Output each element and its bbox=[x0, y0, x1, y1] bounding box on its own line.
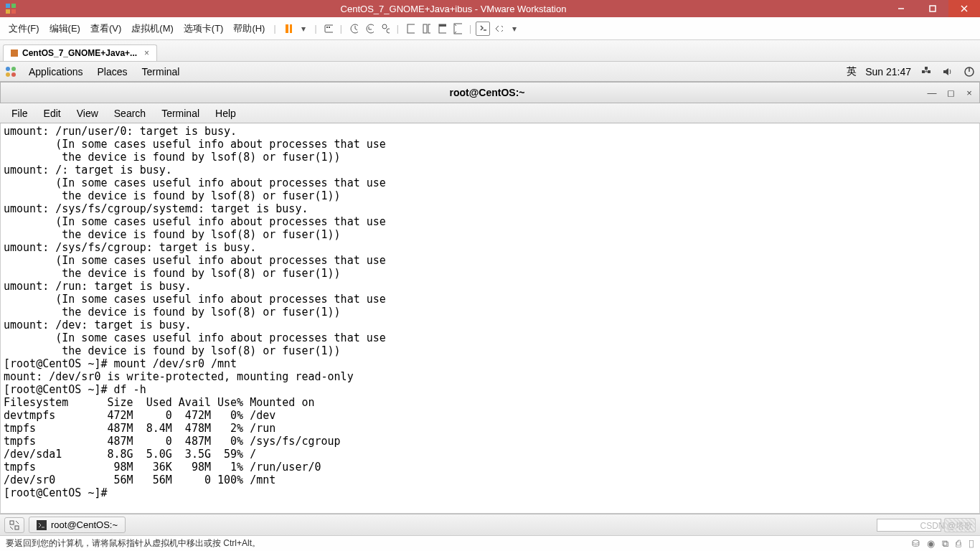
terminal-close-button[interactable]: × bbox=[963, 87, 975, 98]
host-window-title: CentOS_7_GNOME+Java+ibus - VMware Workst… bbox=[22, 4, 885, 14]
status-cd-icon[interactable]: ◉ bbox=[927, 538, 935, 550]
vmware-tab-row: CentOS_7_GNOME+Java+... × bbox=[0, 40, 980, 62]
svg-rect-5 bbox=[930, 6, 936, 11]
guest-display: Applications Places Terminal 英 Sun 21:47… bbox=[0, 62, 980, 535]
status-nic-icon[interactable]: ⧉ bbox=[942, 538, 948, 550]
gnome-applications-menu[interactable]: Applications bbox=[22, 63, 90, 80]
vm-menu-tabs[interactable]: 选项卡(T) bbox=[179, 19, 228, 38]
svg-rect-32 bbox=[10, 521, 14, 524]
status-disk-icon[interactable]: ⛁ bbox=[912, 538, 920, 550]
svg-rect-3 bbox=[11, 9, 16, 14]
vm-menu-vm[interactable]: 虚拟机(M) bbox=[127, 19, 178, 38]
gnome-clock[interactable]: Sun 21:47 bbox=[865, 66, 911, 77]
vm-menu-help[interactable]: 帮助(H) bbox=[229, 19, 269, 38]
volume-icon[interactable] bbox=[941, 66, 954, 77]
svg-rect-17 bbox=[407, 24, 415, 33]
terminal-titlebar[interactable]: root@CentOS:~ — ◻ × bbox=[0, 82, 980, 103]
terminal-window: root@CentOS:~ — ◻ × File Edit View Searc… bbox=[0, 82, 980, 514]
vm-menu-file[interactable]: 文件(F) bbox=[4, 19, 44, 38]
svg-rect-34 bbox=[37, 520, 47, 530]
svg-point-24 bbox=[11, 67, 16, 71]
svg-point-26 bbox=[11, 72, 16, 77]
svg-rect-29 bbox=[925, 67, 928, 70]
vm-tab-close-icon[interactable]: × bbox=[144, 48, 149, 58]
svg-rect-10 bbox=[325, 25, 333, 32]
svg-point-13 bbox=[351, 24, 358, 33]
vmware-app-icon bbox=[3, 1, 19, 17]
network-icon[interactable] bbox=[920, 66, 933, 77]
svg-rect-19 bbox=[428, 24, 430, 33]
term-menu-view[interactable]: View bbox=[70, 105, 105, 122]
terminal-output[interactable]: umount: /run/user/0: target is busy. (In… bbox=[0, 123, 980, 514]
host-maximize-button[interactable] bbox=[917, 0, 948, 17]
vm-stretch-icon[interactable] bbox=[491, 22, 506, 36]
gnome-input-method[interactable]: 英 bbox=[847, 65, 857, 78]
svg-point-15 bbox=[382, 24, 387, 29]
vm-tab-label: CentOS_7_GNOME+Java+... bbox=[22, 48, 137, 58]
terminal-menubar: File Edit View Search Terminal Help bbox=[0, 103, 980, 123]
terminal-window-title: root@CentOS:~ bbox=[48, 87, 926, 98]
gnome-bottom-panel: root@CentOS:~ bbox=[0, 514, 980, 535]
taskbar-item-terminal[interactable]: root@CentOS:~ bbox=[29, 517, 126, 533]
vmware-status-hint: 要返回到您的计算机，请将鼠标指针从虚拟机中移出或按 Ctrl+Alt。 bbox=[6, 537, 260, 550]
svg-rect-18 bbox=[423, 24, 427, 33]
vm-menu-edit[interactable]: 编辑(E) bbox=[45, 19, 85, 38]
vm-unity-icon[interactable] bbox=[435, 22, 449, 36]
svg-rect-11 bbox=[326, 27, 328, 28]
svg-rect-9 bbox=[290, 24, 292, 33]
svg-rect-21 bbox=[439, 24, 446, 27]
svg-rect-0 bbox=[6, 4, 10, 8]
svg-point-25 bbox=[6, 72, 10, 77]
vm-revert-snapshot-icon[interactable] bbox=[362, 22, 377, 36]
vm-snapshot-icon[interactable] bbox=[347, 22, 361, 36]
workspace-switcher[interactable] bbox=[877, 519, 941, 532]
svg-rect-1 bbox=[11, 4, 16, 8]
taskbar-item-label: root@CentOS:~ bbox=[51, 519, 118, 530]
vmware-menubar: 文件(F) 编辑(E) 查看(V) 虚拟机(M) 选项卡(T) 帮助(H) | … bbox=[0, 17, 980, 40]
vm-pause-icon[interactable] bbox=[281, 22, 295, 36]
svg-rect-8 bbox=[286, 24, 288, 33]
gnome-activities-icon[interactable] bbox=[4, 65, 17, 78]
vm-fullscreen-icon[interactable] bbox=[451, 22, 465, 36]
status-usb-icon[interactable]: ⎙ bbox=[956, 538, 961, 550]
vm-send-keys-icon[interactable] bbox=[321, 22, 336, 36]
tray-placeholder bbox=[944, 518, 976, 532]
status-sound-icon[interactable]: ⌷ bbox=[969, 538, 974, 550]
vm-power-dropdown-icon[interactable]: ▾ bbox=[296, 22, 311, 36]
gnome-top-panel: Applications Places Terminal 英 Sun 21:47 bbox=[0, 62, 980, 82]
vm-view-multi-icon[interactable] bbox=[419, 22, 433, 36]
term-menu-edit[interactable]: Edit bbox=[37, 105, 68, 122]
vm-snapshot-manager-icon[interactable] bbox=[378, 22, 392, 36]
vmware-status-bar: 要返回到您的计算机，请将鼠标指针从虚拟机中移出或按 Ctrl+Alt。 ⛁ ◉ … bbox=[0, 535, 980, 551]
terminal-maximize-button[interactable]: ◻ bbox=[945, 87, 956, 98]
terminal-minimize-button[interactable]: — bbox=[926, 87, 938, 98]
vm-console-icon[interactable] bbox=[476, 22, 490, 36]
svg-point-16 bbox=[387, 29, 390, 33]
power-icon[interactable] bbox=[963, 66, 976, 77]
term-menu-terminal[interactable]: Terminal bbox=[154, 105, 207, 122]
svg-rect-33 bbox=[15, 526, 19, 529]
gnome-places-menu[interactable]: Places bbox=[90, 63, 135, 80]
vm-menu-view[interactable]: 查看(V) bbox=[86, 19, 126, 38]
svg-point-14 bbox=[367, 24, 374, 33]
term-menu-search[interactable]: Search bbox=[107, 105, 153, 122]
gnome-terminal-menu[interactable]: Terminal bbox=[135, 63, 187, 80]
svg-point-23 bbox=[6, 67, 10, 71]
vm-stretch-dropdown-icon[interactable]: ▾ bbox=[507, 22, 522, 36]
host-titlebar: CentOS_7_GNOME+Java+ibus - VMware Workst… bbox=[0, 0, 980, 17]
vmware-tab-active[interactable]: CentOS_7_GNOME+Java+... × bbox=[3, 44, 157, 61]
term-menu-file[interactable]: File bbox=[4, 105, 35, 122]
show-desktop-button[interactable] bbox=[4, 517, 24, 533]
vm-tab-icon bbox=[11, 50, 18, 57]
svg-rect-2 bbox=[6, 9, 10, 14]
svg-rect-12 bbox=[329, 27, 330, 28]
host-minimize-button[interactable] bbox=[885, 0, 917, 17]
vm-view-single-icon[interactable] bbox=[403, 22, 418, 36]
term-menu-help[interactable]: Help bbox=[208, 105, 243, 122]
host-close-button[interactable] bbox=[948, 0, 980, 17]
